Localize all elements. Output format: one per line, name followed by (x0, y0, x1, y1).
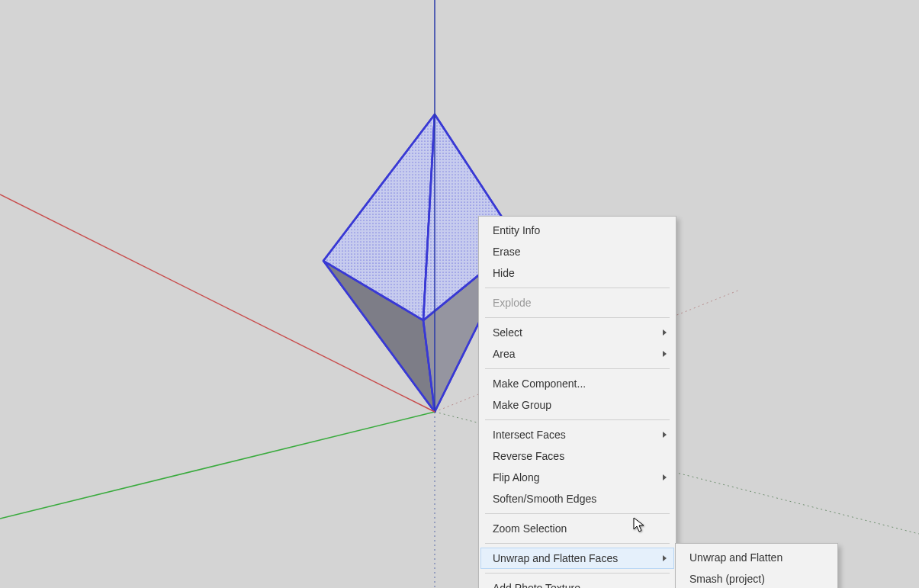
menu-item-label: Unwrap and Flatten (689, 551, 782, 564)
menu-item-make-group[interactable]: Make Group (480, 394, 674, 416)
menu-separator (485, 368, 670, 369)
viewport-canvas (0, 0, 919, 588)
menu-item-flip-along[interactable]: Flip Along (480, 467, 674, 488)
menu-item-erase[interactable]: Erase (480, 241, 674, 262)
menu-item-label: Explode (493, 297, 532, 309)
menu-item-reverse-faces[interactable]: Reverse Faces (480, 445, 674, 467)
context-menu[interactable]: Entity InfoEraseHideExplodeSelectAreaMak… (478, 216, 676, 588)
menu-item-label: Zoom Selection (493, 522, 567, 535)
menu-item-label: Hide (493, 267, 515, 279)
menu-separator (485, 573, 670, 574)
menu-item-label: Flip Along (493, 471, 539, 484)
menu-item-label: Select (493, 326, 522, 339)
menu-item-label: Intersect Faces (493, 429, 566, 441)
menu-item-label: Add Photo Texture... (493, 582, 590, 588)
menu-item-hide[interactable]: Hide (480, 262, 674, 284)
menu-item-label: Entity Info (493, 224, 540, 236)
menu-separator (485, 317, 670, 318)
menu-item-label: Reverse Faces (493, 450, 564, 462)
menu-item-select[interactable]: Select (480, 322, 674, 343)
context-submenu[interactable]: Unwrap and FlattenSmash (project) (675, 543, 838, 588)
menu-separator (485, 543, 670, 544)
chevron-right-icon (663, 329, 667, 336)
menu-item-label: Soften/Smooth Edges (493, 493, 596, 505)
menu-separator (485, 288, 670, 288)
chevron-right-icon (663, 555, 667, 561)
chevron-right-icon (663, 351, 667, 357)
menu-item-label: Unwrap and Flatten Faces (493, 552, 618, 564)
menu-item-entity-info[interactable]: Entity Info (480, 220, 674, 241)
viewport-3d[interactable] (0, 0, 919, 588)
menu-item-explode: Explode (480, 292, 674, 313)
menu-item-label: Make Component... (493, 378, 586, 390)
menu-item-label: Area (493, 348, 516, 360)
menu-item-label: Erase (493, 246, 521, 258)
svg-marker-7 (323, 114, 435, 320)
menu-item-zoom-selection[interactable]: Zoom Selection (480, 518, 674, 539)
menu-item-make-component[interactable]: Make Component... (480, 373, 674, 394)
menu-separator (485, 419, 670, 420)
menu-item-smash-project[interactable]: Smash (project) (677, 568, 836, 588)
menu-item-label: Make Group (493, 399, 551, 411)
menu-item-intersect-faces[interactable]: Intersect Faces (480, 424, 674, 445)
chevron-right-icon (663, 474, 667, 480)
menu-separator (485, 513, 670, 514)
menu-item-add-photo-texture[interactable]: Add Photo Texture... (480, 577, 674, 588)
menu-item-area[interactable]: Area (480, 343, 674, 365)
menu-item-unwrap-and-flatten[interactable]: Unwrap and Flatten (677, 547, 836, 568)
menu-item-label: Smash (project) (689, 573, 765, 585)
chevron-right-icon (663, 432, 667, 438)
axis-green (0, 412, 435, 519)
menu-item-unwrap-and-flatten-faces[interactable]: Unwrap and Flatten Faces (480, 548, 674, 569)
menu-item-soften-smooth-edges[interactable]: Soften/Smooth Edges (480, 488, 674, 509)
